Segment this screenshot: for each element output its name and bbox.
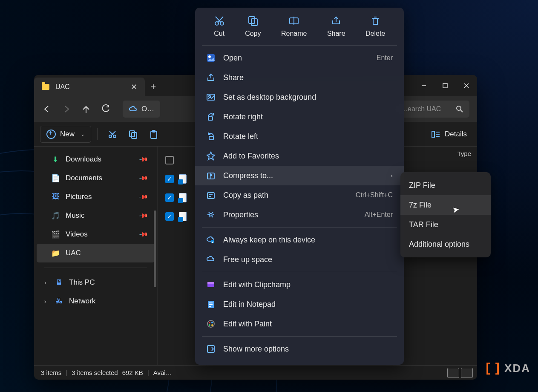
cloud-icon <box>206 255 216 264</box>
submenu-additional[interactable]: Additional options <box>400 234 491 254</box>
forward-button[interactable] <box>61 104 72 114</box>
ctx-set-desktop-bg[interactable]: Set as desktop background <box>195 87 404 107</box>
submenu-label: 7z File <box>409 201 432 210</box>
notepad-icon <box>206 300 216 309</box>
submenu-tar[interactable]: TAR File <box>400 215 491 234</box>
checkbox[interactable]: ✓ <box>165 193 174 202</box>
ctx-item-label: Open <box>223 54 242 63</box>
pin-icon[interactable]: 📌 <box>138 192 148 202</box>
sidebar-item-label: Downloads <box>66 155 101 164</box>
sidebar-item-videos[interactable]: 🎬 Videos 📌 <box>37 225 155 244</box>
separator: | <box>147 369 149 376</box>
submenu-label: TAR File <box>409 220 438 229</box>
details-label: Details <box>445 130 467 138</box>
image-file-icon <box>179 212 187 221</box>
compress-icon <box>206 171 216 180</box>
scrollbar-thumb[interactable] <box>154 210 156 287</box>
ctx-delete-button[interactable]: Delete <box>365 15 385 37</box>
ctx-rename-button[interactable]: Rename <box>281 15 307 37</box>
ctx-copy-as-path[interactable]: Copy as path Ctrl+Shift+C <box>195 185 404 205</box>
ctx-rotate-left[interactable]: Rotate left <box>195 127 404 146</box>
sidebar-item-music[interactable]: 🎵 Music 📌 <box>37 206 155 225</box>
sidebar-item-label: This PC <box>69 278 95 287</box>
ctx-item-label: Compress to... <box>223 171 273 180</box>
rotate-left-icon <box>206 132 216 141</box>
search-icon <box>456 105 463 113</box>
ctx-copy-button[interactable]: Copy <box>245 15 261 37</box>
pin-icon[interactable]: 📌 <box>138 173 148 183</box>
checkbox[interactable]: ✓ <box>165 212 174 221</box>
ctx-item-label: Edit with Paint <box>223 320 272 329</box>
pin-icon[interactable]: 📌 <box>138 210 148 220</box>
maximize-button[interactable] <box>434 76 456 95</box>
ctx-item-label: Always keep on this device <box>223 236 315 245</box>
svg-point-51 <box>207 320 214 327</box>
ctx-cut-button[interactable]: Cut <box>214 15 225 37</box>
up-button[interactable] <box>81 104 91 114</box>
ctx-clipchamp[interactable]: Edit with Clipchamp <box>195 275 404 294</box>
cloud-sync-icon <box>206 235 216 245</box>
sidebar-item-documents[interactable]: 📄 Documents 📌 <box>37 169 155 187</box>
pin-icon[interactable]: 📌 <box>138 229 148 239</box>
ctx-free-space[interactable]: Free up space <box>195 250 404 269</box>
new-tab-button[interactable]: + <box>145 78 162 96</box>
context-menu: Cut Copy Rename Share Delete Open Enter … <box>195 8 404 365</box>
ctx-item-label: Rotate right <box>223 112 263 121</box>
grid-view-icon[interactable] <box>461 368 473 378</box>
ctx-add-favorites[interactable]: Add to Favorites <box>195 146 404 166</box>
refresh-button[interactable] <box>101 104 111 114</box>
ctx-rotate-right[interactable]: Rotate right <box>195 107 404 127</box>
checkbox[interactable]: ✓ <box>165 175 174 183</box>
sidebar-item-this-pc[interactable]: › 🖥 This PC <box>37 273 155 292</box>
window-tab[interactable]: UAC ✕ <box>34 78 145 96</box>
list-view-icon[interactable] <box>447 368 459 378</box>
sidebar-item-network[interactable]: › 🖧 Network <box>37 292 155 311</box>
close-tab-icon[interactable]: ✕ <box>131 82 137 92</box>
ctx-notepad[interactable]: Edit in Notepad <box>195 294 404 314</box>
column-header-type[interactable]: Type <box>457 150 471 157</box>
back-button[interactable] <box>42 104 52 114</box>
pin-icon[interactable]: 📌 <box>138 154 148 164</box>
breadcrumb[interactable]: O… <box>123 101 160 118</box>
sidebar-item-uac[interactable]: 📁 UAC <box>37 244 155 262</box>
search-input[interactable]: …earch UAC <box>395 101 469 118</box>
ctx-item-label: Properties <box>223 210 258 219</box>
svg-point-5 <box>457 106 461 110</box>
minimize-button[interactable] <box>413 76 434 95</box>
ctx-compress-to[interactable]: Compress to... › <box>195 166 404 185</box>
svg-point-53 <box>211 322 213 323</box>
close-button[interactable] <box>456 76 477 95</box>
ctx-keep-device[interactable]: Always keep on this device <box>195 230 404 250</box>
chevron-down-icon: ⌄ <box>81 131 85 137</box>
music-icon: 🎵 <box>51 211 60 220</box>
rename-icon <box>288 15 299 26</box>
svg-marker-35 <box>207 152 215 160</box>
submenu-7z[interactable]: 7z File <box>400 195 491 215</box>
delete-icon <box>370 15 381 26</box>
ctx-open[interactable]: Open Enter <box>195 48 404 68</box>
rotate-right-icon <box>206 112 216 121</box>
select-all-checkbox[interactable] <box>165 156 174 164</box>
cut-button[interactable] <box>104 126 121 143</box>
sidebar-item-pictures[interactable]: 🖼 Pictures 📌 <box>37 187 155 206</box>
chevron-right-icon[interactable]: › <box>44 298 49 305</box>
ctx-label: Rename <box>281 30 307 37</box>
sidebar-item-downloads[interactable]: ⬇ Downloads 📌 <box>37 150 155 169</box>
ctx-share[interactable]: Share <box>195 68 404 87</box>
ctx-item-label: Set as desktop background <box>223 93 316 102</box>
paste-button[interactable] <box>144 126 162 143</box>
new-button[interactable]: New ⌄ <box>40 126 91 143</box>
ctx-paint[interactable]: Edit with Paint <box>195 314 404 334</box>
document-icon: 📄 <box>51 174 60 182</box>
share-icon <box>331 15 342 26</box>
ctx-show-more[interactable]: Show more options <box>195 339 404 359</box>
ctx-share-button[interactable]: Share <box>327 15 345 37</box>
chevron-right-icon[interactable]: › <box>44 279 49 286</box>
copy-button[interactable] <box>124 126 142 143</box>
submenu-zip[interactable]: ZIP File <box>400 176 491 195</box>
status-bar: 3 items | 3 items selected 692 KB | Avai… <box>34 365 477 380</box>
sidebar: ⬇ Downloads 📌 📄 Documents 📌 🖼 Pictures 📌… <box>34 147 158 365</box>
ctx-properties[interactable]: Properties Alt+Enter <box>195 205 404 225</box>
copy-icon <box>247 15 259 26</box>
details-view-button[interactable]: Details <box>427 126 471 143</box>
